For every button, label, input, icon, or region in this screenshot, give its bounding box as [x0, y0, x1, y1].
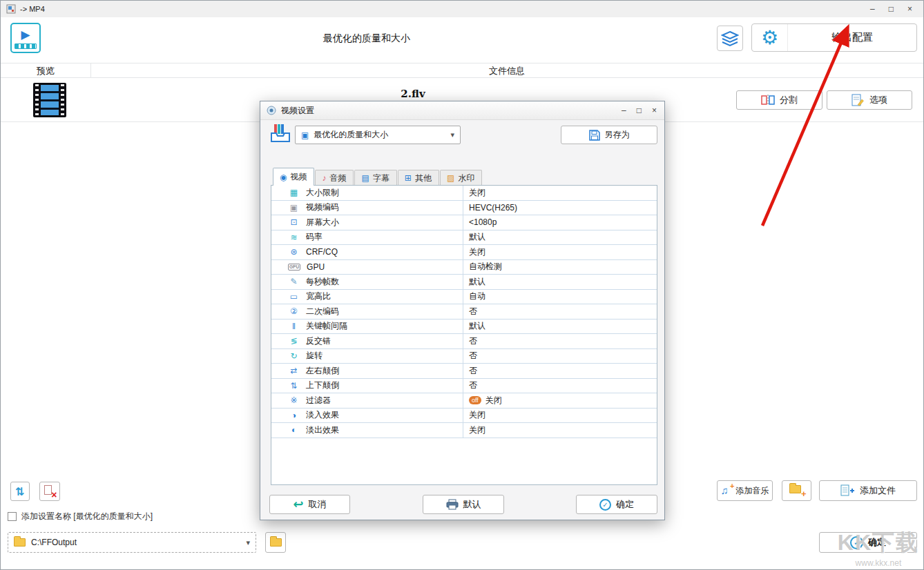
cancel-button[interactable]: ↩ 取消 — [269, 495, 350, 514]
setting-label: 关键帧间隔 — [306, 320, 347, 332]
subtitle-tab-icon: ▤ — [361, 173, 369, 183]
setting-row-fade-in[interactable]: ◑淡入效果关闭 — [271, 409, 657, 424]
crf-cq-icon: ⊛ — [288, 248, 300, 256]
output-path-dropdown[interactable]: C:\FFOutput ▾ — [8, 532, 256, 553]
setting-row-filter[interactable]: ※过滤器off关闭 — [271, 393, 657, 409]
filmstrip-icon — [15, 43, 37, 49]
output-path-value: C:\FFOutput — [31, 538, 77, 547]
app-icon — [6, 4, 16, 14]
confirm-button[interactable]: ✓ 确定 — [819, 532, 917, 553]
audio-tab-icon: ♪ — [322, 173, 326, 183]
dialog-maximize-button[interactable]: □ — [637, 106, 642, 115]
sort-files-button[interactable]: ⇅ — [10, 482, 30, 501]
file-name: 2.flv — [332, 88, 494, 100]
settings-table: ▦大小限制关闭▣视频编码HEVC(H265)⊡屏幕大小<1080p≋码率默认⊛C… — [271, 185, 657, 485]
preview-column-header: 预览 — [1, 63, 90, 78]
dialog-confirm-label: 确定 — [616, 498, 634, 511]
setting-value: 默认 — [469, 276, 485, 288]
setting-row-gpu[interactable]: GPUGPU自动检测 — [271, 260, 657, 275]
dialog-minimize-button[interactable]: – — [622, 106, 626, 115]
gpu-icon: GPU — [288, 264, 300, 271]
play-icon: ▶ — [21, 28, 30, 42]
minimize-button[interactable]: – — [870, 1, 875, 17]
split-button[interactable]: 分割 — [736, 90, 822, 110]
setting-row-size-limit[interactable]: ▦大小限制关闭 — [271, 186, 657, 201]
screen-size-icon: ⊡ — [288, 218, 300, 226]
tab-label: 视频 — [290, 171, 307, 183]
setting-label: CRF/CQ — [306, 247, 338, 257]
dialog-confirm-button[interactable]: ✓ 确定 — [576, 495, 657, 514]
setting-row-crf-cq[interactable]: ⊛CRF/CQ关闭 — [271, 245, 657, 260]
setting-row-deinterlace[interactable]: ≶反交错否 — [271, 334, 657, 349]
close-button[interactable]: × — [907, 1, 912, 17]
tab-watermark[interactable]: ▨水印 — [440, 170, 482, 186]
setting-row-flip-vertical[interactable]: ⇅上下颠倒否 — [271, 379, 657, 394]
fade-in-icon: ◑ — [288, 411, 300, 420]
setting-row-fps[interactable]: ✎每秒帧数默认 — [271, 275, 657, 290]
add-folder-button[interactable]: + — [782, 480, 811, 501]
setting-value: 关闭 — [469, 187, 485, 199]
split-icon — [761, 95, 775, 106]
add-file-button[interactable]: 添加文件 — [819, 480, 917, 501]
setting-row-keyframe-interval[interactable]: ‖关键帧间隔默认 — [271, 320, 657, 335]
tab-audio[interactable]: ♪音频 — [315, 170, 354, 186]
setting-label: GPU — [307, 262, 325, 272]
setting-label: 左右颠倒 — [306, 365, 339, 377]
setting-row-rotate[interactable]: ↻旋转否 — [271, 349, 657, 364]
setting-label: 码率 — [306, 231, 323, 243]
setting-value: 否 — [469, 335, 477, 347]
video-codec-icon: ▣ — [288, 204, 300, 212]
add-file-icon — [840, 484, 855, 497]
restore-default-button[interactable]: 默认 — [423, 495, 504, 514]
current-preset-title: 最优化的质量和大小 — [263, 32, 470, 45]
setting-value: 关闭 — [469, 409, 485, 421]
setting-row-aspect-ratio[interactable]: ▭宽高比自动 — [271, 290, 657, 305]
setting-value: 默认 — [469, 320, 485, 332]
cancel-label: 取消 — [309, 498, 327, 511]
presets-list-button[interactable] — [717, 26, 743, 51]
setting-row-fade-out[interactable]: ◐淡出效果关闭 — [271, 423, 657, 438]
main-window: -> MP4 – □ × ▶ 最优化的质量和大小 ⚙ 输出配置 预览 文件信息 — [0, 0, 924, 570]
setting-value: 否 — [469, 350, 477, 362]
preset-caret-icon: ▾ — [450, 130, 454, 139]
output-config-button[interactable]: ⚙ 输出配置 — [751, 23, 917, 52]
add-music-button[interactable]: ♫ + 添加音乐 — [717, 480, 773, 501]
confirm-label: 确定 — [868, 536, 886, 549]
options-button[interactable]: 选项 — [827, 90, 912, 110]
setting-value: 否 — [469, 380, 477, 391]
save-as-button[interactable]: 另存为 — [561, 126, 657, 144]
setting-row-screen-size[interactable]: ⊡屏幕大小<1080p — [271, 215, 657, 230]
add-setting-name-option[interactable]: 添加设置名称 [最优化的质量和大小] — [8, 511, 153, 522]
preset-value: 最优化的质量和大小 — [314, 129, 388, 141]
tab-subtitle[interactable]: ▤字幕 — [354, 170, 396, 186]
flip-horizontal-icon: ⇄ — [288, 366, 300, 375]
add-file-label: 添加文件 — [860, 484, 896, 497]
setting-label: 反交错 — [306, 335, 331, 347]
remove-file-icon: × — [44, 485, 56, 498]
setting-row-two-pass[interactable]: ②二次编码否 — [271, 304, 657, 320]
save-as-label: 另存为 — [605, 129, 630, 141]
setting-row-flip-horizontal[interactable]: ⇄左右颠倒否 — [271, 364, 657, 379]
preset-dropdown[interactable]: ▣ 最优化的质量和大小 ▾ — [295, 126, 461, 144]
rotate-icon: ↻ — [288, 352, 300, 360]
tab-other[interactable]: ⊞其他 — [398, 170, 439, 186]
maximize-button[interactable]: □ — [889, 1, 894, 17]
watermark-url: www.kkx.net — [838, 558, 919, 568]
tab-video[interactable]: ◉视频 — [273, 168, 314, 186]
dialog-title: 视频设置 — [281, 105, 314, 117]
setting-value: 关闭 — [485, 395, 502, 406]
browse-folder-button[interactable] — [265, 532, 286, 553]
setting-row-video-codec[interactable]: ▣视频编码HEVC(H265) — [271, 201, 657, 216]
setting-value: 否 — [469, 365, 477, 377]
remove-file-button[interactable]: × — [39, 482, 60, 501]
bitrate-icon: ≋ — [288, 233, 300, 242]
setting-row-bitrate[interactable]: ≋码率默认 — [271, 230, 657, 246]
tab-label: 字幕 — [373, 173, 389, 184]
setting-label: 大小限制 — [306, 187, 339, 199]
titlebar: -> MP4 – □ × — [1, 1, 923, 17]
filter-icon: ※ — [288, 396, 300, 404]
checkbox[interactable] — [8, 512, 17, 521]
dialog-close-button[interactable]: × — [652, 106, 657, 115]
default-label: 默认 — [463, 498, 481, 511]
setting-label: 旋转 — [306, 350, 323, 362]
